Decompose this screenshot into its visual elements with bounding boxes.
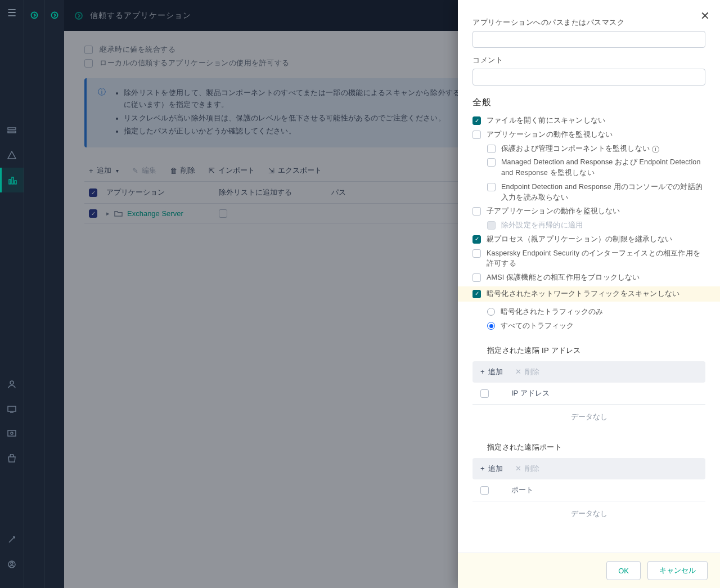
ip-add-button[interactable]: +追加 <box>480 367 503 377</box>
checkbox-label: ローカルの信頼するアプリケーションの使用を許可する <box>100 58 290 68</box>
button-label: 削除 <box>525 367 539 377</box>
port-table-header: ポート <box>472 479 705 501</box>
subsection-remote-ip: 指定された遠隔 IP アドレス <box>487 345 705 356</box>
plus-icon: + <box>480 367 485 376</box>
folder-icon <box>114 209 123 218</box>
button-label: 削除 <box>181 165 195 176</box>
comment-input[interactable] <box>472 69 705 86</box>
close-icon: ✕ <box>515 464 521 473</box>
close-icon: ✕ <box>515 367 521 376</box>
checkbox-no-monitor-child[interactable] <box>472 207 481 216</box>
svg-point-11 <box>11 562 13 564</box>
nav-rail: ☰ <box>0 0 24 588</box>
radio-label: 暗号化されたトラフィックのみ <box>501 307 603 317</box>
pencil-icon: ✎ <box>132 167 138 175</box>
ok-button[interactable]: OK <box>606 561 641 580</box>
button-label: 追加 <box>97 165 111 176</box>
info-icon[interactable]: i <box>652 146 659 153</box>
rail-item-account[interactable] <box>0 552 24 577</box>
button-label: インポート <box>218 165 255 176</box>
port-add-button[interactable]: +追加 <box>480 464 503 474</box>
port-select-all-checkbox[interactable] <box>480 486 489 495</box>
checkbox-no-inherit-parent[interactable]: ✓ <box>472 235 481 244</box>
subrail-1 <box>24 0 44 588</box>
edit-button: ✎編集 <box>132 165 156 176</box>
rail-item-2[interactable] <box>0 143 24 168</box>
row-app-name[interactable]: Exchange Server <box>127 209 183 218</box>
close-icon[interactable]: ✕ <box>700 9 710 23</box>
checkbox-label: 親プロセス（親アプリケーション）の制限を継承しない <box>487 234 672 245</box>
checkbox-no-scan-enc-traffic[interactable]: ✓ <box>472 290 481 298</box>
export-icon: ⇲ <box>268 167 274 175</box>
ip-toolbar: +追加 ✕削除 <box>472 361 705 383</box>
checkbox-no-monitor-app[interactable] <box>472 131 481 139</box>
rail-item-shop[interactable] <box>0 446 24 471</box>
checkbox-label: ファイルを開く前にスキャンしない <box>487 115 605 126</box>
svg-point-12 <box>31 12 37 19</box>
add-button[interactable]: +追加▾ <box>89 165 119 176</box>
rail-item-devices[interactable] <box>0 397 24 421</box>
ip-column-header: IP アドレス <box>511 388 550 398</box>
export-button[interactable]: ⇲エクスポート <box>268 165 322 176</box>
checkbox-label: 保護および管理コンポーネントを監視しないi <box>501 143 659 154</box>
rail-item-1[interactable] <box>0 118 24 143</box>
checkbox-label: 除外設定を再帰的に適用 <box>501 220 583 231</box>
radio-all-traffic[interactable] <box>487 322 495 330</box>
highlighted-option: ✓ 暗号化されたネットワークトラフィックをスキャンしない <box>458 286 720 302</box>
column-header-exclusion[interactable]: 除外リストに追加する <box>219 187 331 198</box>
port-column-header: ポート <box>511 485 533 495</box>
column-header-app[interactable]: アプリケーション <box>106 187 219 198</box>
select-all-checkbox[interactable]: ✓ <box>89 188 97 197</box>
checkbox-label: Endpoint Detection and Response 用のコンソールで… <box>501 182 705 203</box>
svg-point-14 <box>75 12 82 19</box>
chevron-right-icon[interactable] <box>51 11 58 19</box>
checkbox-no-block-amsi[interactable] <box>472 273 481 282</box>
svg-point-5 <box>10 381 14 384</box>
checkbox-label: 暗号化されたネットワークトラフィックをスキャンしない <box>487 289 680 299</box>
rail-item-3-active[interactable] <box>0 168 24 192</box>
radio-enc-only[interactable] <box>487 308 495 316</box>
checkbox-no-edr-console[interactable] <box>487 183 496 191</box>
trash-icon: 🗑 <box>170 167 177 175</box>
checkbox-label: Kaspersky Endpoint Security のインターフェイスとの相… <box>487 248 705 270</box>
field-label-path: アプリケーションへのパスまたはパスマスク <box>472 18 705 28</box>
svg-point-9 <box>11 432 13 434</box>
port-nodata: データなし <box>472 501 705 524</box>
plus-icon: + <box>89 167 93 175</box>
port-toolbar: +追加 ✕削除 <box>472 458 705 479</box>
info-icon: ⓘ <box>98 87 106 138</box>
expand-icon[interactable]: ▸ <box>106 210 110 217</box>
checkbox-label: 子アプリケーションの動作を監視しない <box>487 206 620 217</box>
checkbox-label: 継承時に値を統合する <box>100 44 176 55</box>
ip-delete-button: ✕削除 <box>515 367 539 377</box>
checkbox-no-mdr[interactable] <box>487 158 496 167</box>
rail-item-settings[interactable] <box>0 527 24 552</box>
row-exclusion-checkbox[interactable] <box>219 209 227 218</box>
chevron-right-icon[interactable] <box>30 11 38 19</box>
checkbox-allow-local[interactable] <box>84 59 93 68</box>
svg-rect-3 <box>12 177 14 184</box>
button-label: 削除 <box>525 464 539 474</box>
svg-rect-6 <box>8 406 16 411</box>
checkbox-no-monitor-protect[interactable] <box>487 145 496 153</box>
ip-select-all-checkbox[interactable] <box>480 389 489 398</box>
subrail-2 <box>44 0 64 588</box>
field-label-comment: コメント <box>472 56 705 65</box>
svg-rect-4 <box>15 181 16 184</box>
page-title: 信頼するアプリケーション <box>90 11 191 21</box>
port-delete-button: ✕削除 <box>515 464 539 474</box>
checkbox-merge-inherit[interactable] <box>84 46 93 54</box>
ip-nodata: データなし <box>472 405 705 428</box>
rail-item-user[interactable] <box>0 372 24 397</box>
hamburger-icon[interactable]: ☰ <box>7 7 16 19</box>
delete-button[interactable]: 🗑削除 <box>170 165 195 176</box>
row-checkbox[interactable]: ✓ <box>89 209 97 218</box>
checkbox-allow-kes-ui[interactable] <box>472 249 481 258</box>
checkbox-no-scan-open[interactable]: ✓ <box>472 116 481 125</box>
import-button[interactable]: ⇱インポート <box>209 165 255 176</box>
path-input[interactable] <box>472 31 705 48</box>
chevron-right-icon[interactable] <box>74 11 83 20</box>
rail-item-monitor[interactable] <box>0 421 24 446</box>
button-label: 追加 <box>488 367 503 377</box>
cancel-button[interactable]: キャンセル <box>647 561 708 580</box>
